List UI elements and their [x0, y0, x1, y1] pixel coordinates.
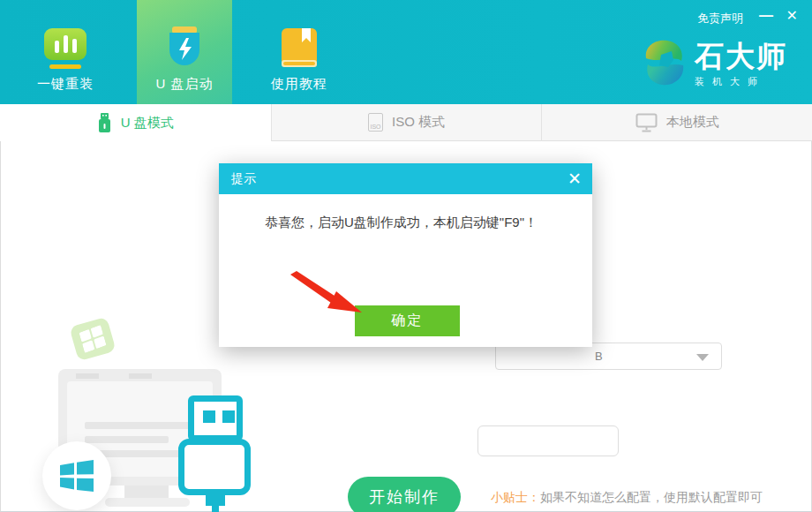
usb-plug-pin — [222, 410, 235, 423]
dialog-message: 恭喜您，启动U盘制作成功，本机启动键"F9"！ — [265, 215, 565, 231]
nav-item-label: 使用教程 — [271, 76, 327, 93]
tab-usb-mode[interactable]: U 盘模式 — [0, 104, 271, 141]
mode-tabbar: U 盘模式 ISO ISO 模式 本地模式 — [0, 104, 812, 141]
close-button[interactable]: ✕ — [786, 7, 798, 25]
nav-item-label: 一键重装 — [37, 76, 94, 93]
usb-plug-neck — [206, 493, 225, 506]
success-dialog: 提示 ✕ 恭喜您，启动U盘制作成功，本机启动键"F9"！ 确定 — [219, 163, 592, 347]
monitor-base — [105, 498, 190, 507]
brand-subtitle: 装机大师 — [695, 75, 787, 88]
app-window: 一键重装 U 盘启动 使用教 — [0, 0, 812, 512]
dialog-title: 提示 — [231, 171, 568, 187]
usb-device-select-value: B — [595, 350, 603, 363]
nav-item-usb-boot[interactable]: U 盘启动 — [137, 0, 232, 104]
tab-iso-mode[interactable]: ISO ISO 模式 — [271, 104, 542, 141]
monitor-stand — [124, 486, 169, 498]
dialog-titlebar: 提示 ✕ — [219, 163, 592, 194]
iso-file-icon: ISO — [368, 113, 383, 132]
config-field[interactable] — [477, 425, 619, 456]
chevron-down-icon — [696, 354, 709, 361]
ok-button[interactable]: 确定 — [355, 305, 460, 336]
disclaimer-link[interactable]: 免责声明 — [697, 11, 743, 26]
brand-swirl-icon — [642, 37, 688, 92]
tip-text: 小贴士：如果不知道怎么配置，使用默认配置即可 — [491, 490, 763, 506]
dialog-close-icon[interactable]: ✕ — [568, 170, 582, 187]
usb-plug-body-illustration — [178, 439, 251, 495]
tab-label: U 盘模式 — [121, 115, 174, 132]
nav-item-tutorial[interactable]: 使用教程 — [250, 0, 349, 104]
start-make-button[interactable]: 开始制作 — [348, 477, 461, 512]
tab-label: ISO 模式 — [392, 114, 445, 131]
nav-item-label: U 盘启动 — [156, 76, 214, 93]
tip-label: 小贴士： — [491, 490, 540, 504]
usb-plug-pin — [203, 410, 215, 423]
nav-item-one-key-reinstall[interactable]: 一键重装 — [13, 0, 117, 104]
windows-logo-badge — [42, 441, 111, 510]
monitor-icon — [635, 113, 658, 132]
bar-chart-icon — [42, 26, 88, 72]
usb-cable-illustration — [212, 505, 219, 512]
tab-label: 本地模式 — [666, 114, 719, 131]
book-icon — [279, 26, 320, 72]
brand-name: 石大师 — [695, 41, 787, 72]
tab-local-mode[interactable]: 本地模式 — [541, 104, 812, 141]
usb-drive-icon — [97, 113, 112, 133]
windows-tile-icon — [69, 317, 116, 362]
brand-logo: 石大师 装机大师 — [642, 37, 787, 92]
shield-bolt-icon — [163, 26, 206, 72]
header-bar: 一键重装 U 盘启动 使用教 — [0, 0, 812, 104]
minimize-button[interactable]: — — [759, 7, 773, 25]
